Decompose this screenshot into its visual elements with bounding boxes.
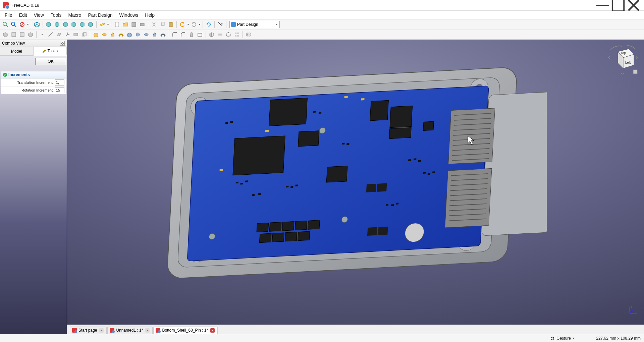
copy-icon[interactable] [158,20,166,28]
menu-macro[interactable]: Macro [65,12,85,18]
panel-undock-icon[interactable]: ◇ [60,41,65,46]
doctab-bottom-shell[interactable]: Bottom_Shell_68_Pin : 1* × [153,327,218,334]
refresh-icon[interactable] [205,20,213,28]
polar-pattern-icon[interactable] [224,31,232,39]
multi-transform-icon[interactable] [233,31,241,39]
doctab-unnamed1[interactable]: Unnamed1 : 1* × [107,327,153,334]
sub-loft-icon[interactable] [151,31,159,39]
left-view-icon[interactable] [87,20,95,28]
shape-binder-icon[interactable] [72,31,80,39]
toolbar-separator [90,31,90,38]
pocket-icon[interactable] [125,31,133,39]
boolean-icon[interactable] [245,31,253,39]
measure-icon[interactable] [98,20,106,28]
menu-part-design[interactable]: Part Design [85,12,116,18]
menu-help[interactable]: Help [142,12,158,18]
menu-windows[interactable]: Windows [116,12,142,18]
3d-viewport[interactable]: Top Left y x z Start page × Unnamed1 : [67,40,644,334]
open-icon[interactable] [121,20,129,28]
svg-rect-89 [319,112,321,114]
tab-model[interactable]: Model [0,47,34,55]
rear-view-icon[interactable] [70,20,78,28]
svg-text:x: x [636,312,637,315]
whats-this-icon[interactable]: ? [216,20,224,28]
top-view-icon[interactable] [53,20,61,28]
isometric-view-icon[interactable] [33,20,41,28]
workbench-selector[interactable]: Part Design [229,21,280,28]
svg-rect-75 [367,227,377,236]
navigation-cube[interactable]: Top Left [608,44,638,74]
tab-tasks[interactable]: Tasks [34,47,67,56]
create-body-icon[interactable] [1,31,9,39]
doctab-close-icon[interactable]: × [99,328,104,333]
undo-dropdown[interactable] [187,20,190,28]
axis-indicator-icon: y x z [628,305,638,315]
close-button[interactable] [626,0,641,11]
ok-button[interactable]: OK [35,58,66,65]
pipe-icon[interactable] [117,31,125,39]
menu-edit[interactable]: Edit [16,12,31,18]
loft-icon[interactable] [109,31,117,39]
navigation-style-dropdown[interactable] [572,334,575,342]
svg-rect-63 [423,121,434,131]
translation-input[interactable] [55,79,64,86]
svg-rect-59 [326,166,347,182]
undo-icon[interactable] [178,20,186,28]
fit-selection-icon[interactable] [10,20,18,28]
revolution-icon[interactable] [100,31,108,39]
measure-dropdown[interactable] [107,20,109,28]
new-doc-icon[interactable] [113,20,121,28]
front-view-icon[interactable] [45,20,53,28]
pad-icon[interactable] [92,31,100,39]
datum-cs-icon[interactable] [63,31,71,39]
linear-pattern-icon[interactable] [216,31,224,39]
doctab-close-icon[interactable]: × [210,328,215,333]
hole-icon[interactable] [134,31,142,39]
mirror-icon[interactable] [208,31,216,39]
bottom-view-icon[interactable] [78,20,86,28]
svg-rect-101 [220,169,223,172]
workbench-dropdown[interactable] [275,20,278,28]
doctab-close-icon[interactable]: × [145,328,150,333]
draft-icon[interactable] [187,31,196,39]
increments-panel: ✔ Increments Translation Increment: Rota… [1,71,66,94]
print-icon[interactable] [138,20,146,28]
svg-rect-93 [414,159,416,160]
draw-style-icon[interactable] [18,20,26,28]
cut-icon[interactable] [150,20,158,28]
maximize-button[interactable] [610,0,626,11]
chamfer-icon[interactable] [179,31,187,39]
edit-sketch-icon[interactable] [18,31,26,39]
save-icon[interactable] [130,20,138,28]
redo-dropdown[interactable] [198,20,201,28]
datum-plane-icon[interactable] [55,31,63,39]
svg-rect-78 [225,122,228,124]
minimize-button[interactable] [595,0,610,11]
fillet-icon[interactable] [171,31,179,39]
menu-view[interactable]: View [31,12,47,18]
datum-line-icon[interactable] [47,31,55,39]
thickness-icon[interactable] [196,31,204,39]
datum-point-icon[interactable] [38,31,46,39]
redo-icon[interactable] [190,20,198,28]
menu-tools[interactable]: Tools [47,12,65,18]
navigation-style-selector[interactable]: Gesture [548,334,577,342]
map-sketch-icon[interactable] [26,31,35,39]
rotation-input[interactable] [55,87,64,93]
right-view-icon[interactable] [61,20,69,28]
create-sketch-icon[interactable] [10,31,18,39]
svg-rect-11 [115,22,119,27]
toolbar-separator [206,31,206,38]
doctab-start-page[interactable]: Start page × [70,327,107,334]
svg-rect-13 [140,23,144,26]
paste-icon[interactable] [167,20,175,28]
clone-icon[interactable] [80,31,88,39]
menu-file[interactable]: File [1,12,16,18]
svg-rect-102 [265,130,269,132]
groove-icon[interactable] [142,31,150,39]
sub-pipe-icon[interactable] [159,31,167,39]
fit-all-icon[interactable] [1,20,9,28]
increments-header[interactable]: ✔ Increments [1,71,66,78]
svg-rect-90 [342,143,344,145]
draw-style-dropdown[interactable] [26,20,29,28]
